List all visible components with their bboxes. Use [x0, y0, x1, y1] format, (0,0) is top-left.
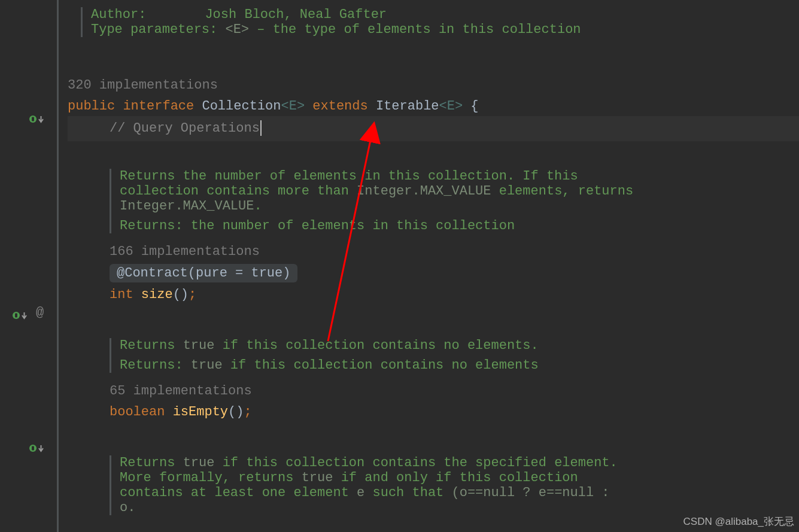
text-cursor — [260, 120, 262, 136]
svg-rect-5 — [32, 446, 34, 451]
svg-rect-1 — [32, 117, 34, 121]
doc-author-value: Josh Bloch, Neal Gafter — [205, 7, 387, 22]
implementations-hint[interactable]: 320 implementations — [68, 78, 799, 93]
contract-annotation[interactable]: @Contract(pure = true) — [110, 264, 297, 282]
method-size: int size(); — [110, 287, 799, 302]
interface-declaration: public interface Collection<E> extends I… — [68, 99, 799, 114]
javadoc-block: Author:Josh Bloch, Neal Gafter Type para… — [81, 7, 799, 37]
method-isempty: boolean isEmpty(); — [110, 405, 799, 419]
current-line: // Query Operations — [68, 116, 799, 141]
doc-author-label: Author: — [91, 7, 146, 22]
implementations-hint[interactable]: 166 implementations — [110, 244, 799, 259]
javadoc-block-isempty: Returns true if this collection contains… — [110, 338, 799, 373]
implementations-icon[interactable] — [12, 311, 27, 320]
watermark: CSDN @alibaba_张无忌 — [683, 515, 794, 528]
javadoc-block-contains: Returns true if this collection contains… — [110, 455, 799, 515]
contract-annotation-icon[interactable]: @ — [36, 305, 44, 320]
code-editor[interactable]: Author:Josh Bloch, Neal Gafter Type para… — [57, 0, 799, 532]
editor-gutter: @ — [0, 0, 57, 532]
javadoc-block-size: Returns the number of elements in this c… — [110, 169, 799, 233]
svg-rect-3 — [15, 314, 17, 318]
doc-typeparams-label: Type parameters: — [91, 22, 217, 37]
implementations-icon[interactable] — [29, 444, 44, 452]
implementations-icon[interactable] — [29, 115, 44, 123]
implementations-hint[interactable]: 65 implementations — [110, 384, 799, 399]
